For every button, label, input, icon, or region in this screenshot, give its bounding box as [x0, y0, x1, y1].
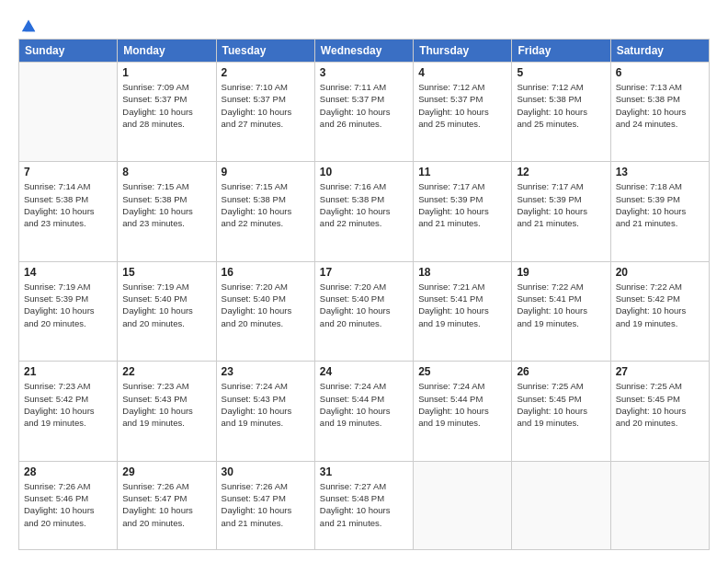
- cell-line: Sunrise: 7:24 AM: [418, 380, 506, 392]
- calendar-cell: 11Sunrise: 7:17 AMSunset: 5:39 PMDayligh…: [414, 162, 512, 261]
- cell-line: Sunset: 5:41 PM: [418, 293, 506, 304]
- cell-line: Sunset: 5:42 PM: [24, 393, 112, 405]
- cell-line: Sunset: 5:48 PM: [320, 492, 408, 504]
- header: [18, 17, 710, 29]
- cell-line: and 20 minutes.: [122, 517, 210, 529]
- cell-line: Daylight: 10 hours: [616, 304, 704, 316]
- cell-line: Sunrise: 7:27 AM: [320, 480, 408, 492]
- day-number: 15: [122, 266, 210, 279]
- cell-line: and 20 minutes.: [122, 317, 210, 329]
- cell-line: Sunset: 5:39 PM: [24, 293, 112, 304]
- calendar-cell: 16Sunrise: 7:20 AMSunset: 5:40 PMDayligh…: [216, 261, 314, 361]
- cell-line: and 24 minutes.: [616, 118, 704, 130]
- cell-line: and 28 minutes.: [122, 118, 210, 130]
- calendar-header-row: SundayMondayTuesdayWednesdayThursdayFrid…: [19, 40, 710, 63]
- cell-line: Daylight: 10 hours: [616, 205, 704, 217]
- cell-line: Daylight: 10 hours: [320, 106, 408, 118]
- cell-line: Daylight: 10 hours: [418, 405, 506, 417]
- cell-line: Daylight: 10 hours: [222, 106, 310, 118]
- calendar-cell: 15Sunrise: 7:19 AMSunset: 5:40 PMDayligh…: [118, 261, 216, 361]
- cell-line: and 25 minutes.: [517, 118, 605, 130]
- cell-line: and 23 minutes.: [24, 217, 112, 229]
- calendar-cell: 27Sunrise: 7:25 AMSunset: 5:45 PMDayligh…: [610, 362, 709, 461]
- cell-line: Sunset: 5:38 PM: [616, 93, 704, 105]
- calendar-cell: 18Sunrise: 7:21 AMSunset: 5:41 PMDayligh…: [414, 261, 512, 361]
- cell-line: Sunset: 5:39 PM: [517, 193, 605, 205]
- cell-line: Daylight: 10 hours: [320, 205, 408, 217]
- cell-line: Sunrise: 7:17 AM: [418, 180, 506, 192]
- calendar-week-row: 1Sunrise: 7:09 AMSunset: 5:37 PMDaylight…: [19, 63, 710, 162]
- cell-line: Daylight: 10 hours: [122, 304, 210, 316]
- cell-line: Sunset: 5:43 PM: [122, 393, 210, 405]
- day-number: 17: [320, 266, 408, 279]
- cell-line: Sunrise: 7:23 AM: [24, 380, 112, 392]
- cell-line: and 21 minutes.: [517, 217, 605, 229]
- cell-line: and 19 minutes.: [222, 417, 310, 429]
- day-number: 22: [122, 365, 210, 378]
- cell-line: Sunrise: 7:22 AM: [616, 281, 704, 293]
- calendar-week-row: 21Sunrise: 7:23 AMSunset: 5:42 PMDayligh…: [19, 362, 710, 461]
- calendar-cell: 26Sunrise: 7:25 AMSunset: 5:45 PMDayligh…: [512, 362, 610, 461]
- day-number: 30: [222, 465, 310, 478]
- cell-line: Sunrise: 7:14 AM: [24, 180, 112, 192]
- cell-line: and 26 minutes.: [320, 118, 408, 130]
- cell-line: Daylight: 10 hours: [222, 504, 310, 516]
- cell-line: and 22 minutes.: [320, 217, 408, 229]
- cell-line: and 23 minutes.: [122, 217, 210, 229]
- cell-line: Sunset: 5:38 PM: [222, 193, 310, 205]
- calendar-cell: 8Sunrise: 7:15 AMSunset: 5:38 PMDaylight…: [118, 162, 216, 261]
- day-number: 1: [122, 66, 210, 79]
- cell-line: Sunrise: 7:19 AM: [24, 281, 112, 293]
- calendar-cell: 19Sunrise: 7:22 AMSunset: 5:41 PMDayligh…: [512, 261, 610, 361]
- cell-line: Sunset: 5:43 PM: [222, 393, 310, 405]
- cell-line: Sunrise: 7:19 AM: [122, 281, 210, 293]
- cell-line: and 20 minutes.: [24, 317, 112, 329]
- cell-line: Daylight: 10 hours: [222, 304, 310, 316]
- cell-line: and 20 minutes.: [320, 317, 408, 329]
- day-number: 3: [320, 66, 408, 79]
- cell-line: Sunset: 5:40 PM: [122, 293, 210, 304]
- calendar-table: SundayMondayTuesdayWednesdayThursdayFrid…: [18, 39, 710, 550]
- cell-line: Sunrise: 7:09 AM: [122, 81, 210, 93]
- calendar-cell: 7Sunrise: 7:14 AMSunset: 5:38 PMDaylight…: [19, 162, 118, 261]
- day-number: 4: [418, 66, 506, 79]
- cell-line: Daylight: 10 hours: [122, 205, 210, 217]
- calendar-cell: 29Sunrise: 7:26 AMSunset: 5:47 PMDayligh…: [118, 461, 216, 549]
- day-number: 29: [122, 465, 210, 478]
- cell-line: Sunset: 5:47 PM: [222, 492, 310, 504]
- cell-line: Sunrise: 7:15 AM: [222, 180, 310, 192]
- day-number: 12: [517, 166, 605, 178]
- day-number: 11: [418, 166, 506, 178]
- cell-line: and 20 minutes.: [24, 517, 112, 529]
- cell-line: Sunset: 5:40 PM: [222, 293, 310, 304]
- calendar-cell: 3Sunrise: 7:11 AMSunset: 5:37 PMDaylight…: [314, 63, 413, 162]
- cell-line: Sunset: 5:39 PM: [616, 193, 704, 205]
- calendar-cell: 24Sunrise: 7:24 AMSunset: 5:44 PMDayligh…: [314, 362, 413, 461]
- cell-line: Sunrise: 7:26 AM: [222, 480, 310, 492]
- calendar-cell: 20Sunrise: 7:22 AMSunset: 5:42 PMDayligh…: [610, 261, 709, 361]
- cell-line: Sunset: 5:37 PM: [418, 93, 506, 105]
- day-number: 6: [616, 66, 704, 79]
- cell-line: Sunset: 5:46 PM: [24, 492, 112, 504]
- cell-line: Daylight: 10 hours: [24, 504, 112, 516]
- calendar-cell: 17Sunrise: 7:20 AMSunset: 5:40 PMDayligh…: [314, 261, 413, 361]
- cell-line: Daylight: 10 hours: [320, 405, 408, 417]
- col-header-tuesday: Tuesday: [216, 40, 314, 63]
- cell-line: Sunrise: 7:25 AM: [517, 380, 605, 392]
- cell-line: Sunrise: 7:26 AM: [24, 480, 112, 492]
- col-header-wednesday: Wednesday: [314, 40, 413, 63]
- day-number: 21: [24, 365, 112, 378]
- cell-line: and 25 minutes.: [418, 118, 506, 130]
- cell-line: Sunrise: 7:21 AM: [418, 281, 506, 293]
- cell-line: Sunrise: 7:12 AM: [418, 81, 506, 93]
- logo-icon: [20, 17, 37, 33]
- day-number: 27: [616, 365, 704, 378]
- cell-line: Sunrise: 7:17 AM: [517, 180, 605, 192]
- cell-line: Daylight: 10 hours: [517, 106, 605, 118]
- col-header-monday: Monday: [118, 40, 216, 63]
- calendar-cell: [512, 461, 610, 549]
- calendar-cell: 25Sunrise: 7:24 AMSunset: 5:44 PMDayligh…: [414, 362, 512, 461]
- cell-line: Daylight: 10 hours: [122, 405, 210, 417]
- logo: [18, 17, 37, 29]
- cell-line: and 19 minutes.: [517, 317, 605, 329]
